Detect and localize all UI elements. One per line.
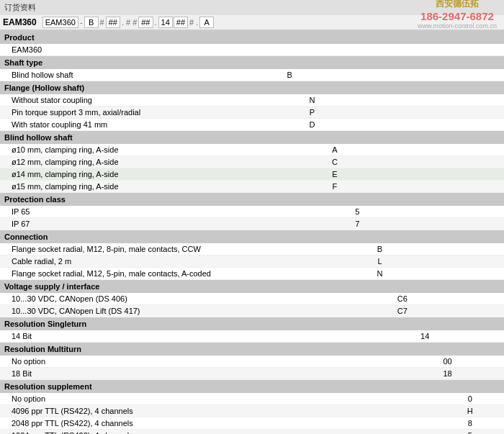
row-code-col-6 [369, 417, 391, 430]
row-code-col-7 [391, 119, 413, 131]
row-code-col-8: 14 [414, 330, 436, 343]
row-code-col-7 [391, 156, 413, 168]
row-code-col-4 [323, 330, 346, 343]
row-code-col-11 [482, 144, 505, 156]
row-code-col-10 [459, 156, 481, 168]
row-code-col-10 [459, 206, 481, 218]
row-code-col-6 [369, 44, 391, 56]
row-code-col-6 [369, 107, 391, 119]
row-code-col-8 [414, 107, 436, 119]
row-code-col-7 [391, 107, 413, 119]
row-code-col-9: 00 [436, 356, 459, 368]
row-code-col-11 [482, 368, 505, 380]
table-row: Flange socket radial, M12, 5-pin, male c… [0, 268, 504, 280]
row-code-col-3 [301, 356, 323, 368]
row-code-col-10: 8 [459, 417, 481, 430]
table-row: 4096 ppr TTL (RS422), 4 channelsH [0, 405, 504, 417]
code-segments: EAM360 - B # ## . # # ## . 14 ## # . A [42, 17, 215, 28]
row-code-col-9 [436, 430, 459, 435]
row-code-col-11 [482, 305, 505, 317]
row-code-col-2 [279, 305, 301, 317]
row-code-col-3 [301, 206, 323, 218]
row-code-col-6 [369, 368, 391, 380]
row-code-col-8 [414, 405, 436, 417]
row-label: IP 65 [0, 206, 256, 218]
row-code-col-4 [323, 206, 346, 218]
row-code-col-6 [369, 405, 391, 417]
row-code-col-1 [256, 305, 278, 317]
section-header-label: Protection class [0, 193, 504, 207]
row-code-col-3 [301, 156, 323, 168]
row-code-col-5 [346, 368, 369, 380]
row-code-col-7 [391, 268, 413, 280]
section-header-label: Voltage supply / interface [0, 280, 504, 294]
row-code-col-1 [256, 268, 278, 280]
row-code-col-7 [391, 368, 413, 380]
row-code-col-5 [346, 168, 369, 181]
row-code-col-4 [323, 293, 346, 305]
table-row: IP 655 [0, 206, 504, 218]
row-code-col-7 [391, 256, 413, 268]
row-code-col-7 [391, 243, 413, 256]
row-code-col-1 [256, 243, 278, 256]
row-code-col-3 [301, 393, 323, 405]
table-row: No option0 [0, 393, 504, 405]
section-header: Blind hollow shaft [0, 131, 504, 145]
row-code-col-8 [414, 156, 436, 168]
section-header: Protection class [0, 193, 504, 207]
row-code-col-4 [323, 430, 346, 435]
row-code-col-1 [256, 156, 278, 168]
row-code-col-4 [323, 356, 346, 368]
row-code-col-9 [436, 417, 459, 430]
row-code-col-10 [459, 94, 481, 107]
table-row: IP 677 [0, 218, 504, 230]
section-header: Product [0, 31, 504, 44]
row-code-col-10 [459, 268, 481, 280]
row-code-col-1 [256, 44, 278, 56]
row-code-col-9 [436, 94, 459, 107]
row-label: 10...30 VDC, CANopen (DS 406) [0, 293, 256, 305]
row-code-col-7 [391, 356, 413, 368]
row-code-col-11 [482, 256, 505, 268]
row-code-col-8 [414, 293, 436, 305]
row-code-col-1 [256, 256, 278, 268]
row-code-col-7 [391, 69, 413, 81]
table-row: Flange socket radial, M12, 8-pin, male c… [0, 243, 504, 256]
row-code-col-6 [369, 218, 391, 230]
row-code-col-10 [459, 330, 481, 343]
row-code-col-3 [301, 256, 323, 268]
section-header: Connection [0, 230, 504, 244]
row-code-col-9 [436, 119, 459, 131]
row-code-col-9 [436, 168, 459, 181]
row-code-col-7 [391, 430, 413, 435]
row-code-col-2 [279, 243, 301, 256]
row-code-col-9: 18 [436, 368, 459, 380]
table-row: ø12 mm, clamping ring, A-sideC [0, 156, 504, 168]
row-label: Flange socket radial, M12, 5-pin, male c… [0, 268, 256, 280]
row-label: IP 67 [0, 218, 256, 230]
row-code-col-7 [391, 94, 413, 107]
row-code-col-3 [301, 168, 323, 181]
row-code-col-6 [369, 119, 391, 131]
row-code-col-7 [391, 168, 413, 181]
row-code-col-10 [459, 356, 481, 368]
row-code-col-4 [323, 417, 346, 430]
row-code-col-9 [436, 268, 459, 280]
row-code-col-8 [414, 119, 436, 131]
row-code-col-6: N [369, 268, 391, 280]
row-code-col-2 [279, 405, 301, 417]
row-code-col-4: F [323, 181, 346, 193]
row-code-col-10 [459, 293, 481, 305]
row-code-col-5 [346, 305, 369, 317]
row-label: Pin torque support 3 mm, axial/radial [0, 107, 256, 119]
row-code-col-11 [482, 430, 505, 435]
row-code-col-4 [323, 119, 346, 131]
page-title: 订货资料 [0, 0, 504, 15]
row-code-col-3 [301, 417, 323, 430]
row-code-col-4 [323, 69, 346, 81]
row-code-col-8 [414, 218, 436, 230]
row-code-col-2 [279, 107, 301, 119]
row-code-col-3 [301, 144, 323, 156]
table-row: Pin torque support 3 mm, axial/radialP [0, 107, 504, 119]
row-code-col-4 [323, 243, 346, 256]
